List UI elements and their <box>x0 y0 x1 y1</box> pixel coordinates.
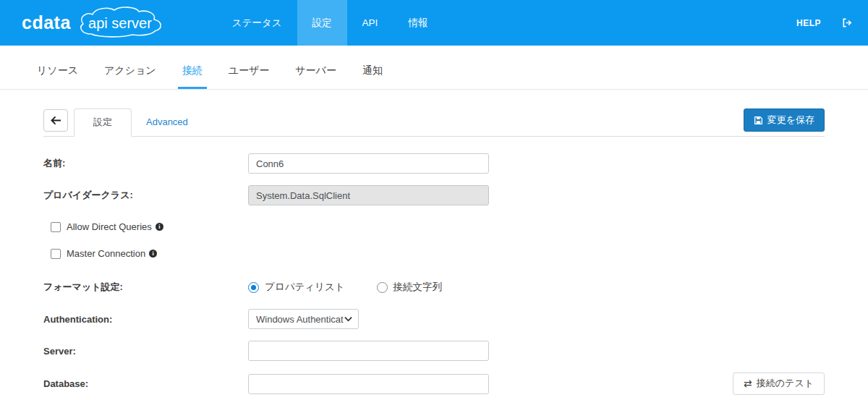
name-row: 名前: <box>43 153 825 174</box>
master-connection-label: Master Connection <box>67 248 145 259</box>
authentication-selected-value: Windows Authenticat <box>256 314 344 325</box>
top-bar: cdata api server ステータス 設定 API 情報 HELP <box>0 0 868 46</box>
format-radio-group: プロパティリスト 接続文字列 <box>248 281 474 294</box>
connection-settings-page: 設定 Advanced 変更を保存 名前: プロバイダークラス: Allow D… <box>0 108 868 395</box>
authentication-label: Authentication: <box>43 314 248 325</box>
nav-item-status[interactable]: ステータス <box>217 0 297 46</box>
exchange-arrows-icon: ⇄ <box>744 378 752 389</box>
tab-server[interactable]: サーバー <box>291 64 341 89</box>
server-row: Server: <box>43 341 825 361</box>
test-connection-label: 接続のテスト <box>757 377 814 390</box>
subtab-settings[interactable]: 設定 <box>74 108 132 137</box>
master-connection-checkbox[interactable] <box>51 249 61 259</box>
info-icon[interactable]: i <box>156 223 163 231</box>
chevron-down-icon <box>344 316 352 322</box>
authentication-select[interactable]: Windows Authenticat <box>248 309 359 329</box>
server-input[interactable] <box>248 341 489 361</box>
server-label: Server: <box>43 346 248 357</box>
radio-unselected-icon <box>377 282 388 293</box>
radio-option-property-list[interactable]: プロパティリスト <box>248 281 345 294</box>
allow-direct-queries-checkbox[interactable] <box>51 222 61 232</box>
provider-row: プロバイダークラス: <box>43 185 825 205</box>
cdata-api-server-logo[interactable]: cdata api server <box>0 0 168 46</box>
tab-users[interactable]: ユーザー <box>224 64 274 89</box>
main-nav: ステータス 設定 API 情報 <box>217 0 443 46</box>
logo-brand-text: cdata <box>22 12 71 33</box>
settings-tab-bar: リソース アクション 接続 ユーザー サーバー 通知 <box>0 46 868 90</box>
property-list-label: プロパティリスト <box>265 281 345 294</box>
info-icon[interactable]: i <box>149 250 157 258</box>
allow-direct-queries-label: Allow Direct Queries <box>67 221 152 232</box>
help-link[interactable]: HELP <box>796 18 821 28</box>
nav-item-info[interactable]: 情報 <box>393 0 443 46</box>
back-button[interactable] <box>43 109 68 132</box>
save-changes-button[interactable]: 変更を保存 <box>744 108 825 132</box>
name-label: 名前: <box>43 157 248 170</box>
nav-item-settings[interactable]: 設定 <box>297 0 347 46</box>
format-settings-row: フォーマット設定: プロパティリスト 接続文字列 <box>43 281 825 294</box>
logo-product-text: api server <box>88 15 152 31</box>
tab-actions[interactable]: アクション <box>100 64 161 89</box>
provider-class-input <box>248 185 489 205</box>
logout-icon[interactable] <box>841 17 852 28</box>
nav-item-api[interactable]: API <box>347 0 393 46</box>
connection-form: 名前: プロバイダークラス: Allow Direct Queries i Ma… <box>43 153 825 395</box>
tab-notifications[interactable]: 通知 <box>358 64 387 89</box>
master-connection-row: Master Connection i <box>51 248 825 259</box>
test-connection-button[interactable]: ⇄ 接続のテスト <box>733 373 825 395</box>
connection-string-label: 接続文字列 <box>393 281 443 294</box>
name-input[interactable] <box>248 153 489 174</box>
provider-class-label: プロバイダークラス: <box>43 189 248 202</box>
cloud-logo-outline: api server <box>72 6 168 41</box>
database-input[interactable] <box>248 374 489 394</box>
connection-toolbar: 設定 Advanced 変更を保存 <box>43 108 825 137</box>
subtab-advanced[interactable]: Advanced <box>132 110 203 136</box>
database-label: Database: <box>43 378 248 389</box>
allow-direct-queries-row: Allow Direct Queries i <box>51 221 825 232</box>
save-icon <box>754 116 763 125</box>
tab-connections[interactable]: 接続 <box>178 64 207 89</box>
radio-selected-icon <box>248 282 259 293</box>
back-arrow-icon <box>51 116 61 125</box>
radio-option-connection-string[interactable]: 接続文字列 <box>377 281 443 294</box>
authentication-row: Authentication: Windows Authenticat <box>43 309 825 329</box>
top-bar-right: HELP <box>796 0 868 46</box>
database-row: Database: ⇄ 接続のテスト <box>43 373 825 395</box>
tab-resources[interactable]: リソース <box>33 64 82 89</box>
save-changes-label: 変更を保存 <box>767 114 814 127</box>
format-settings-label: フォーマット設定: <box>43 281 248 294</box>
